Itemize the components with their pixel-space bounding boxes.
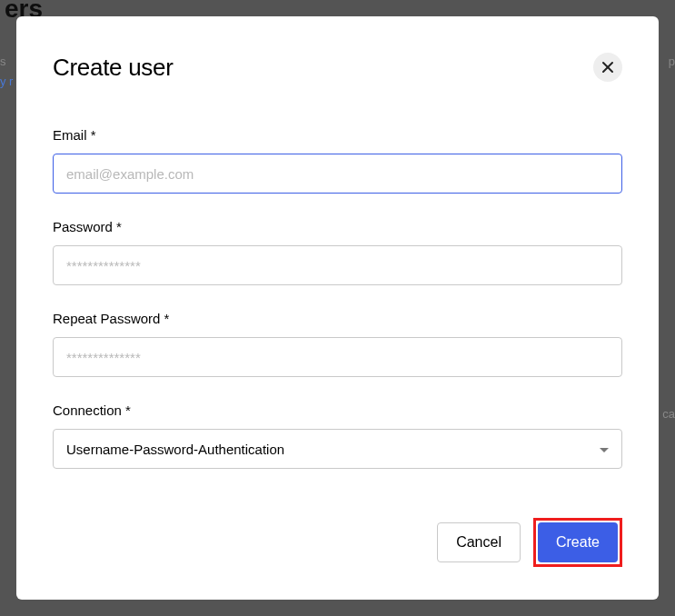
connection-group: Connection * Username-Password-Authentic…	[53, 402, 622, 469]
repeat-password-group: Repeat Password *	[53, 311, 622, 377]
connection-label: Connection *	[53, 402, 622, 418]
connection-select[interactable]: Username-Password-Authentication	[53, 429, 622, 469]
password-group: Password *	[53, 219, 622, 285]
modal-footer: Cancel Create	[53, 518, 622, 567]
background-text-fragment: y r	[0, 75, 13, 88]
background-text-fragment: p	[669, 55, 675, 68]
modal-header: Create user	[53, 53, 622, 82]
password-label: Password *	[53, 219, 622, 234]
close-icon	[601, 61, 614, 74]
close-button[interactable]	[593, 53, 622, 82]
create-button[interactable]: Create	[538, 522, 618, 562]
repeat-password-label: Repeat Password *	[53, 311, 622, 326]
connection-selected-value: Username-Password-Authentication	[66, 442, 284, 457]
cancel-button[interactable]: Cancel	[437, 522, 521, 562]
email-label: Email *	[53, 127, 622, 143]
create-user-modal: Create user Email * Password * Repeat Pa…	[16, 16, 659, 600]
background-text-fragment: s	[0, 55, 6, 68]
repeat-password-field[interactable]	[53, 337, 622, 377]
password-field[interactable]	[53, 245, 622, 285]
create-button-highlight: Create	[533, 518, 622, 567]
modal-title: Create user	[53, 54, 174, 82]
email-field[interactable]	[53, 154, 622, 194]
email-group: Email *	[53, 127, 622, 194]
background-text-fragment: ca	[662, 407, 675, 421]
